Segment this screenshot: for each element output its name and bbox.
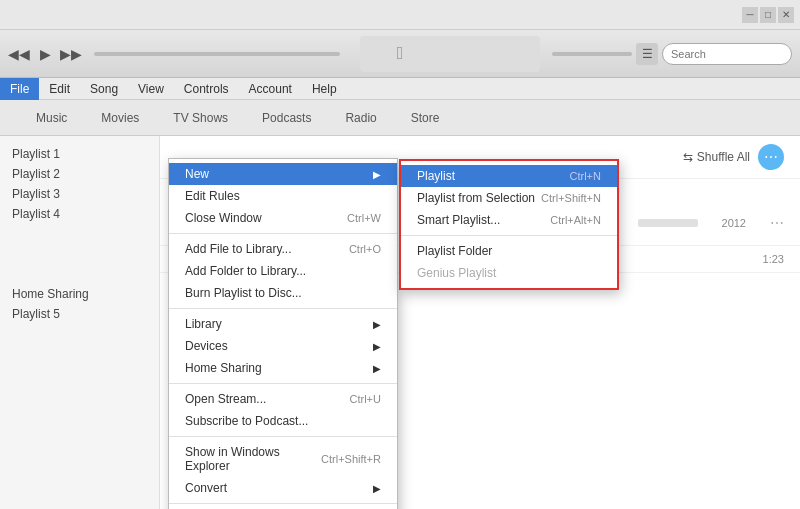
divider bbox=[169, 436, 397, 437]
file-menu-dropdown: New ▶ Edit Rules Close Window Ctrl+W Add… bbox=[168, 158, 398, 509]
search-area: ☰ bbox=[636, 43, 792, 65]
divider bbox=[169, 383, 397, 384]
submenu-playlist-folder[interactable]: Playlist Folder bbox=[401, 240, 617, 262]
sidebar-item-playlist5[interactable]: Playlist 5 bbox=[0, 304, 159, 324]
menu-close-window[interactable]: Close Window Ctrl+W bbox=[169, 207, 397, 229]
play-button[interactable]: ▶ bbox=[34, 43, 56, 65]
title-bar: ─ □ ✕ bbox=[0, 0, 800, 30]
menu-subscribe-podcast[interactable]: Subscribe to Podcast... bbox=[169, 410, 397, 432]
submenu-smart-playlist[interactable]: Smart Playlist... Ctrl+Alt+N bbox=[401, 209, 617, 231]
track-year: 2012 bbox=[722, 217, 746, 229]
menu-file[interactable]: File bbox=[0, 78, 39, 100]
shuffle-label: Shuffle All bbox=[697, 150, 750, 164]
close-button[interactable]: ✕ bbox=[778, 7, 794, 23]
menu-bar: File Edit Song View Controls Account Hel… bbox=[0, 78, 800, 100]
track-duration: 1:23 bbox=[748, 253, 784, 265]
divider bbox=[401, 235, 617, 236]
menu-add-file[interactable]: Add File to Library... Ctrl+O bbox=[169, 238, 397, 260]
sidebar-item-playlist3[interactable]: Playlist 3 bbox=[0, 184, 159, 204]
menu-song[interactable]: Song bbox=[80, 78, 128, 100]
nav-tabs: Music Movies TV Shows Podcasts Radio Sto… bbox=[0, 100, 800, 136]
list-view-icon[interactable]: ☰ bbox=[636, 43, 658, 65]
submenu-arrow: ▶ bbox=[373, 341, 381, 352]
forward-button[interactable]: ▶▶ bbox=[60, 43, 82, 65]
menu-edit[interactable]: Edit bbox=[39, 78, 80, 100]
menu-convert[interactable]: Convert ▶ bbox=[169, 477, 397, 499]
tab-music[interactable]: Music bbox=[20, 107, 83, 129]
menu-edit-rules[interactable]: Edit Rules bbox=[169, 185, 397, 207]
submenu-arrow: ▶ bbox=[373, 319, 381, 330]
now-playing-display bbox=[360, 36, 540, 72]
menu-add-folder[interactable]: Add Folder to Library... bbox=[169, 260, 397, 282]
tab-podcasts[interactable]: Podcasts bbox=[246, 107, 327, 129]
window-controls: ─ □ ✕ bbox=[742, 7, 800, 23]
search-input[interactable] bbox=[662, 43, 792, 65]
submenu-genius-playlist: Genius Playlist bbox=[401, 262, 617, 284]
menu-help[interactable]: Help bbox=[302, 78, 347, 100]
tab-radio[interactable]: Radio bbox=[329, 107, 392, 129]
submenu-arrow: ▶ bbox=[373, 483, 381, 494]
menu-new[interactable]: New ▶ bbox=[169, 163, 397, 185]
menu-devices[interactable]: Devices ▶ bbox=[169, 335, 397, 357]
volume-slider[interactable] bbox=[552, 52, 632, 56]
divider bbox=[169, 233, 397, 234]
menu-controls[interactable]: Controls bbox=[174, 78, 239, 100]
maximize-button[interactable]: □ bbox=[760, 7, 776, 23]
sidebar-item-playlist2[interactable]: Playlist 2 bbox=[0, 164, 159, 184]
rewind-button[interactable]: ◀◀ bbox=[8, 43, 30, 65]
sidebar: Playlist 1 Playlist 2 Playlist 3 Playlis… bbox=[0, 136, 160, 509]
apple-logo:  bbox=[397, 43, 404, 64]
menu-view[interactable]: View bbox=[128, 78, 174, 100]
menu-burn-playlist[interactable]: Burn Playlist to Disc... bbox=[169, 282, 397, 304]
menu-home-sharing[interactable]: Home Sharing ▶ bbox=[169, 357, 397, 379]
submenu-playlist[interactable]: Playlist Ctrl+N bbox=[401, 165, 617, 187]
sidebar-item-playlist4[interactable]: Playlist 4 bbox=[0, 204, 159, 224]
tab-store[interactable]: Store bbox=[395, 107, 456, 129]
submenu-playlist-from-selection[interactable]: Playlist from Selection Ctrl+Shift+N bbox=[401, 187, 617, 209]
tab-movies[interactable]: Movies bbox=[85, 107, 155, 129]
menu-show-explorer[interactable]: Show in Windows Explorer Ctrl+Shift+R bbox=[169, 441, 397, 477]
track-more-button[interactable]: ⋯ bbox=[770, 215, 784, 231]
divider bbox=[169, 308, 397, 309]
more-options-button[interactable]: ⋯ bbox=[758, 144, 784, 170]
tab-tv-shows[interactable]: TV Shows bbox=[157, 107, 244, 129]
menu-account[interactable]: Account bbox=[239, 78, 302, 100]
submenu-arrow: ▶ bbox=[373, 169, 381, 180]
toolbar: ◀◀ ▶ ▶▶  ☰ bbox=[0, 30, 800, 78]
track-genre bbox=[638, 219, 698, 227]
main-layout: Playlist 1 Playlist 2 Playlist 3 Playlis… bbox=[0, 136, 800, 509]
sidebar-item-playlist1[interactable]: Playlist 1 bbox=[0, 144, 159, 164]
new-submenu: Playlist Ctrl+N Playlist from Selection … bbox=[399, 159, 619, 290]
submenu-arrow: ▶ bbox=[373, 363, 381, 374]
progress-bar[interactable] bbox=[94, 52, 340, 56]
menu-library[interactable]: Library ▶ bbox=[169, 313, 397, 335]
content-area: ⇆ Shuffle All ⋯ 2 songs • 6 minutes 2012… bbox=[160, 136, 800, 509]
shuffle-all-button[interactable]: ⇆ Shuffle All bbox=[683, 150, 750, 164]
menu-open-stream[interactable]: Open Stream... Ctrl+U bbox=[169, 388, 397, 410]
shuffle-icon: ⇆ bbox=[683, 150, 693, 164]
minimize-button[interactable]: ─ bbox=[742, 7, 758, 23]
sidebar-item-home-sharing[interactable]: Home Sharing bbox=[0, 284, 159, 304]
divider bbox=[169, 503, 397, 504]
